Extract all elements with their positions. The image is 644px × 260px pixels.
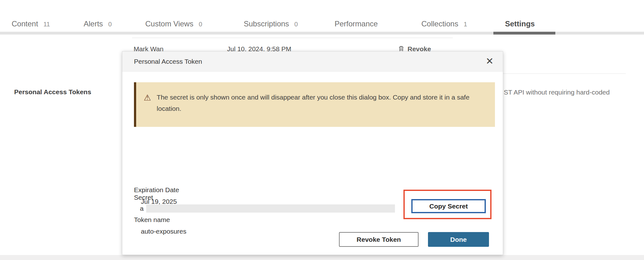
tab-count: 0 — [294, 21, 298, 28]
warning-banner: ⚠ The secret is only shown once and will… — [134, 82, 495, 127]
tab-label: Performance — [335, 19, 378, 28]
warning-text: The secret is only shown once and will d… — [157, 92, 471, 114]
tab-count: 0 — [108, 21, 112, 28]
tab-count: 0 — [199, 21, 202, 28]
tab-performance[interactable]: Performance — [335, 19, 378, 32]
revoke-token-button[interactable]: Revoke Token — [339, 232, 419, 247]
close-icon[interactable]: ✕ — [483, 54, 497, 68]
tab-label: Settings — [505, 19, 535, 28]
secret-value-row: a — [140, 204, 395, 213]
table-row-divider — [132, 38, 453, 38]
tab-settings[interactable]: Settings — [505, 19, 535, 32]
warning-triangle-icon: ⚠ — [144, 94, 151, 102]
tab-label: Alerts — [84, 19, 103, 28]
tab-bar: Content 11 Alerts 0 Custom Views 0 Subsc… — [0, 0, 644, 35]
tab-alerts[interactable]: Alerts 0 — [84, 19, 112, 32]
tab-custom-views[interactable]: Custom Views 0 — [145, 19, 202, 32]
tab-subscriptions[interactable]: Subscriptions 0 — [244, 19, 298, 32]
tab-label: Subscriptions — [244, 19, 289, 28]
copy-secret-button[interactable]: Copy Secret — [411, 199, 486, 213]
section-description-fragment: ST API without requiring hard-coded — [504, 89, 610, 96]
tab-label: Collections — [421, 19, 458, 28]
token-name-value: auto-exposures — [141, 228, 186, 235]
done-button[interactable]: Done — [428, 232, 489, 247]
tab-active-underline — [493, 32, 555, 35]
section-label-personal-access-tokens: Personal Access Tokens — [14, 88, 91, 96]
tab-collections[interactable]: Collections 1 — [421, 19, 467, 32]
secret-visible-text: a — [140, 205, 144, 212]
dialog-title: Personal Access Token — [134, 58, 202, 65]
tab-count: 11 — [43, 21, 50, 28]
personal-access-token-dialog: Personal Access Token ✕ ⚠ The secret is … — [122, 51, 503, 255]
section-divider — [503, 73, 626, 74]
secret-redacted-bar — [146, 204, 395, 213]
tab-count: 1 — [464, 21, 467, 28]
secret-label: Secret — [134, 194, 153, 201]
token-name-label: Token name — [134, 216, 170, 224]
page: Content 11 Alerts 0 Custom Views 0 Subsc… — [0, 0, 644, 260]
dialog-header: Personal Access Token ✕ — [122, 51, 503, 72]
tab-content[interactable]: Content 11 — [12, 19, 50, 32]
expiration-date-label: Expiration Date — [134, 186, 179, 194]
page-bottom-strip — [0, 255, 644, 260]
tab-label: Custom Views — [145, 19, 193, 28]
tab-label: Content — [12, 19, 38, 28]
